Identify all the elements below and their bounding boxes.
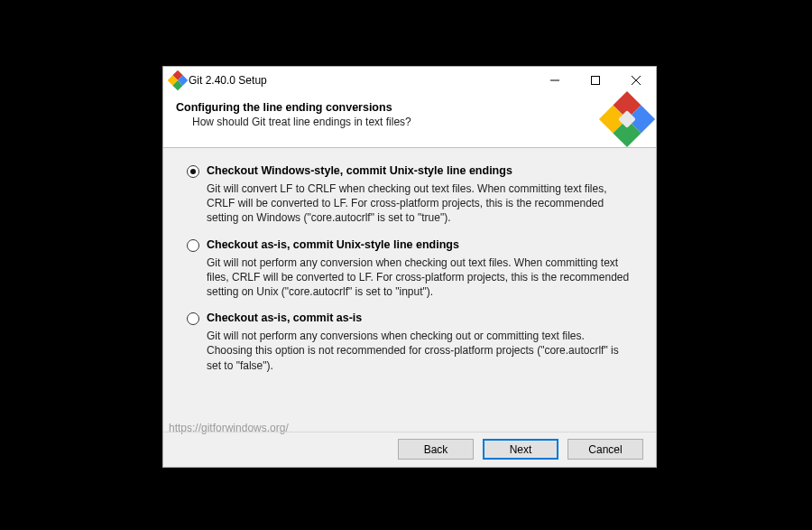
- window-title: Git 2.40.0 Setup: [185, 74, 534, 87]
- wizard-body: Checkout Windows-style, commit Unix-styl…: [163, 148, 656, 467]
- maximize-button[interactable]: [575, 67, 615, 94]
- option-checkout-windows: Checkout Windows-style, commit Unix-styl…: [187, 164, 632, 226]
- page-heading: Configuring the line ending conversions: [176, 101, 643, 114]
- git-logo: [607, 99, 647, 139]
- cancel-button[interactable]: Cancel: [567, 439, 643, 460]
- option-label[interactable]: Checkout as-is, commit as-is: [207, 311, 362, 324]
- titlebar: Git 2.40.0 Setup: [163, 67, 656, 94]
- footer-separator: [163, 432, 656, 432]
- maximize-icon: [591, 76, 600, 85]
- option-checkout-asis-commit-asis: Checkout as-is, commit as-is Git will no…: [187, 311, 632, 373]
- radio-checkout-windows[interactable]: [187, 165, 199, 178]
- wizard-buttons: Back Next Cancel: [398, 439, 643, 460]
- option-desc: Git will not perform any conversion when…: [207, 256, 631, 300]
- option-desc: Git will convert LF to CRLF when checkin…: [207, 181, 631, 226]
- back-button[interactable]: Back: [398, 439, 474, 460]
- svg-rect-1: [591, 77, 599, 85]
- radio-checkout-asis-commit-unix[interactable]: [187, 239, 199, 252]
- option-label[interactable]: Checkout Windows-style, commit Unix-styl…: [207, 164, 512, 177]
- window-controls: [534, 67, 656, 94]
- minimize-button[interactable]: [534, 67, 575, 94]
- close-button[interactable]: [615, 67, 656, 94]
- next-button[interactable]: Next: [483, 439, 558, 460]
- close-icon: [632, 76, 641, 85]
- option-desc: Git will not perform any conversions whe…: [207, 329, 631, 373]
- radio-checkout-asis-commit-asis[interactable]: [187, 312, 199, 325]
- option-checkout-asis-commit-unix: Checkout as-is, commit Unix-style line e…: [187, 238, 632, 300]
- wizard-header: Configuring the line ending conversions …: [163, 94, 656, 148]
- setup-window: Git 2.40.0 Setup Configuring the line en…: [162, 66, 657, 468]
- minimize-icon: [550, 76, 559, 85]
- page-subheading: How should Git treat line endings in tex…: [192, 116, 643, 128]
- option-label[interactable]: Checkout as-is, commit Unix-style line e…: [207, 238, 459, 251]
